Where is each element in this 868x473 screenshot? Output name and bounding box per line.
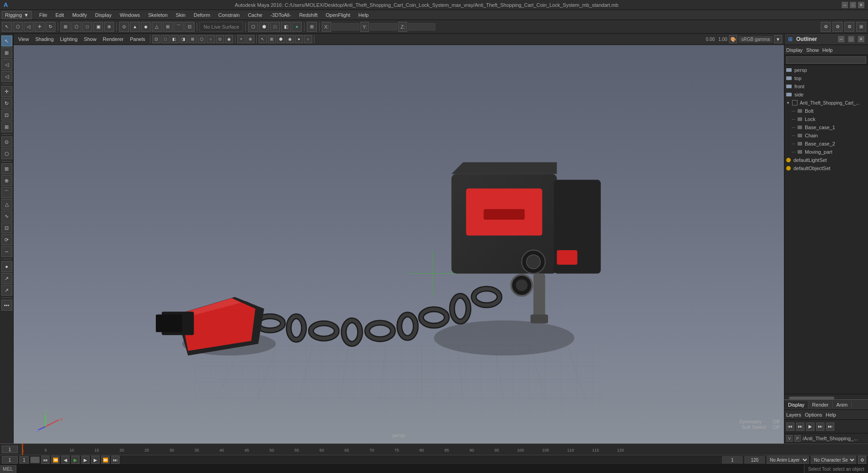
ik-lt-btn[interactable]: ↗ bbox=[1, 273, 12, 284]
go-end-btn[interactable]: ⏭ bbox=[111, 456, 120, 464]
play-btn[interactable]: ▶ bbox=[71, 456, 80, 464]
view-snap-button[interactable]: ⊡ bbox=[185, 22, 195, 32]
vp-panels-menu[interactable]: Panels bbox=[127, 35, 148, 43]
snap-button[interactable]: □ bbox=[82, 22, 92, 32]
flare-lt-btn[interactable]: △ bbox=[1, 199, 12, 210]
tree-item-group[interactable]: ▼ Anti_Theft_Shopping_Cart_... bbox=[784, 99, 868, 107]
vp-btn5[interactable]: ⊞ bbox=[189, 35, 197, 43]
joint-lt-btn[interactable]: ● bbox=[1, 261, 12, 272]
gamma-color-btn[interactable]: 🎨 bbox=[729, 35, 737, 43]
vp-btn11[interactable]: ⊕ bbox=[246, 35, 254, 43]
vp-btn9[interactable]: ◉ bbox=[225, 35, 233, 43]
vp-btn6[interactable]: ⬡ bbox=[198, 35, 206, 43]
soft-mod-button[interactable]: ⬡ bbox=[71, 22, 81, 32]
close-button[interactable]: ✕ bbox=[858, 2, 864, 8]
mode-dropdown[interactable]: Rigging ▼ bbox=[2, 11, 32, 19]
vp-btn8[interactable]: ⊙ bbox=[216, 35, 224, 43]
outliner-close-btn[interactable]: ✕ bbox=[858, 36, 864, 42]
outliner-display-menu[interactable]: Display bbox=[786, 47, 803, 53]
vp-btn14[interactable]: ⬢ bbox=[277, 35, 285, 43]
display-btn1[interactable]: ⊞ bbox=[307, 22, 317, 32]
vp-btn16[interactable]: ● bbox=[295, 35, 303, 43]
go-start-btn[interactable]: ⏮ bbox=[41, 456, 50, 464]
gamma-dropdown-btn[interactable]: ▼ bbox=[774, 35, 782, 43]
outliner-minimize-btn[interactable]: ─ bbox=[838, 36, 844, 42]
vp-show-menu[interactable]: Show bbox=[81, 35, 100, 43]
tree-item-side[interactable]: side bbox=[784, 91, 868, 99]
magnet-snap-button[interactable]: ⊙ bbox=[119, 22, 129, 32]
settings-btn2[interactable]: ⚙ bbox=[833, 22, 843, 32]
menu-windows[interactable]: Windows bbox=[116, 11, 144, 19]
menu-constrain[interactable]: Constrain bbox=[215, 11, 243, 19]
prev-frame-btn[interactable]: ◀ bbox=[61, 456, 70, 464]
select-mode-btn[interactable]: ↖ bbox=[1, 35, 12, 46]
rotate-tool-button[interactable]: ↻ bbox=[45, 22, 55, 32]
render-btn5[interactable]: ● bbox=[292, 22, 302, 32]
vp-btn1[interactable]: ⊡ bbox=[152, 35, 160, 43]
rotate-lt-btn[interactable]: ↻ bbox=[1, 98, 12, 109]
attr-add-btn[interactable]: ⏮ bbox=[786, 423, 794, 431]
menu-3dtoall[interactable]: -3DToAll- bbox=[267, 11, 294, 19]
squash-lt-btn[interactable]: ⊡ bbox=[1, 222, 12, 233]
next-key-btn[interactable]: ⏩ bbox=[101, 456, 110, 464]
menu-help[interactable]: Help bbox=[355, 11, 373, 19]
anim-start-input[interactable] bbox=[722, 456, 743, 463]
character-set-select[interactable]: No Character Set bbox=[811, 456, 856, 464]
tree-item-persp[interactable]: persp bbox=[784, 66, 868, 74]
menu-skin[interactable]: Skin bbox=[172, 11, 189, 19]
anim-end-input[interactable] bbox=[744, 456, 765, 463]
outliner-search-input[interactable] bbox=[786, 56, 866, 64]
vp-lighting-menu[interactable]: Lighting bbox=[57, 35, 80, 43]
scale-lt-btn[interactable]: ⊡ bbox=[1, 110, 12, 121]
paint-btn[interactable]: ◁ bbox=[1, 71, 12, 82]
menu-edit[interactable]: Edit bbox=[52, 11, 68, 19]
attr-tab-anim[interactable]: Anim bbox=[833, 401, 852, 408]
timeline-ruler[interactable]: 1 5 10 15 20 25 30 35 40 45 50 55 60 65 … bbox=[20, 443, 747, 456]
select-tool-button[interactable]: ↖ bbox=[2, 22, 12, 32]
menu-deform[interactable]: Deform bbox=[190, 11, 214, 19]
transform-tool-button[interactable]: ⊞ bbox=[60, 22, 70, 32]
lattice-lt-btn[interactable]: ⊞ bbox=[1, 163, 12, 174]
outliner-show-menu[interactable]: Show bbox=[806, 47, 819, 53]
transform-lt-btn[interactable]: ⊞ bbox=[1, 121, 12, 132]
ik2-lt-btn[interactable]: ↗ bbox=[1, 285, 12, 296]
face-snap-button[interactable]: △ bbox=[152, 22, 162, 32]
vp-btn15[interactable]: ◉ bbox=[286, 35, 294, 43]
next-frame-btn[interactable]: ▶ bbox=[91, 456, 100, 464]
wave-lt-btn[interactable]: ∼ bbox=[1, 246, 12, 257]
frame-label-input[interactable] bbox=[20, 456, 29, 463]
settings-btn1[interactable]: ⚙ bbox=[821, 22, 831, 32]
tree-item-light-set[interactable]: defaultLightSet bbox=[784, 156, 868, 164]
coord-z-input[interactable] bbox=[408, 23, 435, 30]
menu-display[interactable]: Display bbox=[91, 11, 115, 19]
lasso-tool-button[interactable]: ⬡ bbox=[13, 22, 23, 32]
menu-modify[interactable]: Modify bbox=[69, 11, 90, 19]
attr-tab-render[interactable]: Render bbox=[808, 401, 833, 408]
prev-key-btn[interactable]: ⏪ bbox=[51, 456, 60, 464]
component-btn[interactable]: ◁ bbox=[1, 59, 12, 70]
edge-snap-button[interactable]: ◆ bbox=[141, 22, 151, 32]
attr-prev-btn[interactable]: ⏭ bbox=[796, 423, 804, 431]
sine-lt-btn[interactable]: ∿ bbox=[1, 211, 12, 221]
tree-item-object-set[interactable]: defaultObjectSet bbox=[784, 164, 868, 172]
snap3-button[interactable]: ⊕ bbox=[104, 22, 114, 32]
render-btn4[interactable]: ◧ bbox=[281, 22, 291, 32]
tree-item-chain[interactable]: Chain bbox=[784, 131, 868, 140]
more-lt-btn[interactable]: ••• bbox=[1, 300, 12, 311]
cluster-lt-btn[interactable]: ⊕ bbox=[1, 175, 12, 186]
move-lt-btn[interactable]: ✛ bbox=[1, 86, 12, 97]
menu-skeleton[interactable]: Skeleton bbox=[145, 11, 171, 19]
attr-tab-display[interactable]: Display bbox=[784, 401, 808, 408]
scrollbar-thumb[interactable] bbox=[789, 397, 834, 399]
outliner-help-menu[interactable]: Help bbox=[823, 47, 833, 53]
menu-file[interactable]: File bbox=[35, 11, 51, 19]
vp-btn13[interactable]: ⊞ bbox=[268, 35, 276, 43]
render-btn3[interactable]: □ bbox=[270, 22, 280, 32]
attr-end-btn[interactable]: ⏭ bbox=[826, 423, 834, 431]
tree-item-base-case-1[interactable]: Base_case_1 bbox=[784, 123, 868, 131]
sculpt-lt-btn[interactable]: ⬡ bbox=[1, 148, 12, 159]
vp-btn17[interactable]: ○ bbox=[304, 35, 312, 43]
settings-btn3[interactable]: ⚙ bbox=[844, 22, 854, 32]
render-btn1[interactable]: ⬡ bbox=[248, 22, 258, 32]
settings-btn4[interactable]: ⊞ bbox=[856, 22, 866, 32]
